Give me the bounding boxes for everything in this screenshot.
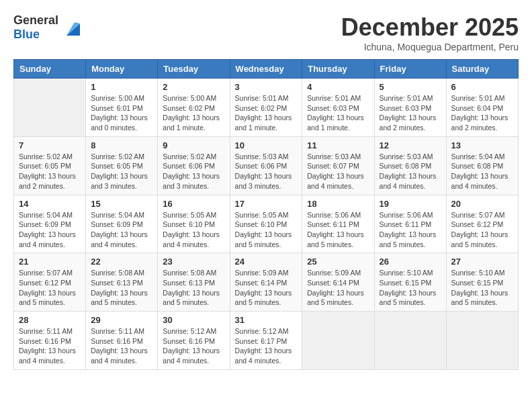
day-cell: 22Sunrise: 5:08 AMSunset: 6:13 PMDayligh… bbox=[86, 253, 158, 312]
day-cell: 18Sunrise: 5:06 AMSunset: 6:11 PMDayligh… bbox=[302, 195, 374, 253]
logo-text: General Blue bbox=[13, 13, 58, 42]
day-number: 12 bbox=[380, 140, 441, 150]
header-saturday: Saturday bbox=[446, 60, 518, 79]
day-cell: 7Sunrise: 5:02 AMSunset: 6:05 PMDaylight… bbox=[14, 136, 86, 195]
day-cell: 5Sunrise: 5:01 AMSunset: 6:03 PMDaylight… bbox=[374, 79, 446, 137]
logo-blue: Blue bbox=[13, 28, 40, 41]
week-row-2: 7Sunrise: 5:02 AMSunset: 6:05 PMDaylight… bbox=[14, 136, 519, 195]
day-number: 11 bbox=[307, 140, 369, 150]
day-cell: 2Sunrise: 5:00 AMSunset: 6:02 PMDaylight… bbox=[158, 79, 230, 137]
day-info: Sunrise: 5:02 AMSunset: 6:05 PMDaylight:… bbox=[19, 152, 81, 191]
location-subtitle: Ichuna, Moquegua Department, Peru bbox=[341, 42, 519, 52]
day-info: Sunrise: 5:01 AMSunset: 6:03 PMDaylight:… bbox=[307, 93, 369, 133]
day-info: Sunrise: 5:02 AMSunset: 6:05 PMDaylight:… bbox=[91, 152, 152, 191]
day-info: Sunrise: 5:03 AMSunset: 6:06 PMDaylight:… bbox=[235, 152, 298, 191]
day-number: 3 bbox=[235, 82, 298, 92]
day-cell: 19Sunrise: 5:06 AMSunset: 6:11 PMDayligh… bbox=[374, 195, 446, 253]
day-cell: 10Sunrise: 5:03 AMSunset: 6:06 PMDayligh… bbox=[230, 136, 302, 195]
day-info: Sunrise: 5:08 AMSunset: 6:13 PMDaylight:… bbox=[91, 268, 152, 308]
day-number: 29 bbox=[91, 315, 152, 325]
header-tuesday: Tuesday bbox=[158, 60, 230, 79]
day-info: Sunrise: 5:07 AMSunset: 6:12 PMDaylight:… bbox=[451, 210, 513, 250]
day-info: Sunrise: 5:00 AMSunset: 6:02 PMDaylight:… bbox=[163, 93, 224, 133]
day-info: Sunrise: 5:01 AMSunset: 6:03 PMDaylight:… bbox=[380, 93, 441, 133]
day-cell: 12Sunrise: 5:03 AMSunset: 6:08 PMDayligh… bbox=[374, 136, 446, 195]
day-cell: 17Sunrise: 5:05 AMSunset: 6:10 PMDayligh… bbox=[230, 195, 302, 253]
title-section: December 2025 Ichuna, Moquegua Departmen… bbox=[341, 13, 519, 52]
day-info: Sunrise: 5:02 AMSunset: 6:06 PMDaylight:… bbox=[163, 152, 224, 191]
day-info: Sunrise: 5:03 AMSunset: 6:07 PMDaylight:… bbox=[307, 152, 369, 191]
logo-icon bbox=[61, 17, 83, 38]
day-info: Sunrise: 5:04 AMSunset: 6:08 PMDaylight:… bbox=[451, 152, 513, 191]
header-sunday: Sunday bbox=[14, 60, 86, 79]
day-cell: 28Sunrise: 5:11 AMSunset: 6:16 PMDayligh… bbox=[14, 312, 86, 370]
day-info: Sunrise: 5:06 AMSunset: 6:11 PMDaylight:… bbox=[380, 210, 441, 250]
day-info: Sunrise: 5:10 AMSunset: 6:15 PMDaylight:… bbox=[380, 268, 441, 308]
day-number: 2 bbox=[163, 82, 224, 92]
day-info: Sunrise: 5:11 AMSunset: 6:16 PMDaylight:… bbox=[19, 326, 81, 366]
logo-general: General bbox=[13, 13, 58, 27]
day-cell: 8Sunrise: 5:02 AMSunset: 6:05 PMDaylight… bbox=[86, 136, 158, 195]
day-cell: 23Sunrise: 5:08 AMSunset: 6:13 PMDayligh… bbox=[158, 253, 230, 312]
day-info: Sunrise: 5:10 AMSunset: 6:15 PMDaylight:… bbox=[451, 268, 513, 308]
day-number: 28 bbox=[19, 315, 81, 325]
day-info: Sunrise: 5:03 AMSunset: 6:08 PMDaylight:… bbox=[380, 152, 441, 191]
day-cell: 27Sunrise: 5:10 AMSunset: 6:15 PMDayligh… bbox=[446, 253, 518, 312]
day-number: 18 bbox=[307, 199, 369, 209]
day-cell: 6Sunrise: 5:01 AMSunset: 6:04 PMDaylight… bbox=[446, 79, 518, 137]
day-number: 30 bbox=[163, 315, 224, 325]
day-number: 20 bbox=[451, 199, 513, 209]
day-cell bbox=[302, 312, 374, 370]
day-info: Sunrise: 5:09 AMSunset: 6:14 PMDaylight:… bbox=[307, 268, 369, 308]
day-cell: 31Sunrise: 5:12 AMSunset: 6:17 PMDayligh… bbox=[230, 312, 302, 370]
page-header: General Blue December 2025 Ichuna, Moque… bbox=[13, 13, 519, 52]
day-number: 5 bbox=[380, 82, 441, 92]
header-friday: Friday bbox=[374, 60, 446, 79]
day-number: 14 bbox=[19, 199, 81, 209]
day-cell: 4Sunrise: 5:01 AMSunset: 6:03 PMDaylight… bbox=[302, 79, 374, 137]
day-cell: 29Sunrise: 5:11 AMSunset: 6:16 PMDayligh… bbox=[86, 312, 158, 370]
day-info: Sunrise: 5:05 AMSunset: 6:10 PMDaylight:… bbox=[235, 210, 298, 250]
day-number: 7 bbox=[19, 140, 81, 150]
day-number: 23 bbox=[163, 257, 224, 267]
day-cell bbox=[14, 79, 86, 137]
day-cell: 1Sunrise: 5:00 AMSunset: 6:01 PMDaylight… bbox=[86, 79, 158, 137]
day-cell: 30Sunrise: 5:12 AMSunset: 6:16 PMDayligh… bbox=[158, 312, 230, 370]
day-number: 22 bbox=[91, 257, 152, 267]
day-number: 15 bbox=[91, 199, 152, 209]
day-cell: 25Sunrise: 5:09 AMSunset: 6:14 PMDayligh… bbox=[302, 253, 374, 312]
day-cell: 13Sunrise: 5:04 AMSunset: 6:08 PMDayligh… bbox=[446, 136, 518, 195]
day-info: Sunrise: 5:04 AMSunset: 6:09 PMDaylight:… bbox=[91, 210, 152, 250]
day-cell: 21Sunrise: 5:07 AMSunset: 6:12 PMDayligh… bbox=[14, 253, 86, 312]
day-info: Sunrise: 5:06 AMSunset: 6:11 PMDaylight:… bbox=[307, 210, 369, 250]
header-monday: Monday bbox=[86, 60, 158, 79]
day-info: Sunrise: 5:12 AMSunset: 6:16 PMDaylight:… bbox=[163, 326, 224, 366]
day-cell: 11Sunrise: 5:03 AMSunset: 6:07 PMDayligh… bbox=[302, 136, 374, 195]
day-number: 10 bbox=[235, 140, 298, 150]
day-number: 4 bbox=[307, 82, 369, 92]
day-number: 27 bbox=[451, 257, 513, 267]
month-title: December 2025 bbox=[341, 13, 519, 42]
day-cell: 9Sunrise: 5:02 AMSunset: 6:06 PMDaylight… bbox=[158, 136, 230, 195]
day-cell: 26Sunrise: 5:10 AMSunset: 6:15 PMDayligh… bbox=[374, 253, 446, 312]
day-cell bbox=[374, 312, 446, 370]
calendar-table: SundayMondayTuesdayWednesdayThursdayFrid… bbox=[13, 59, 519, 370]
day-number: 16 bbox=[163, 199, 224, 209]
header-wednesday: Wednesday bbox=[230, 60, 302, 79]
day-info: Sunrise: 5:05 AMSunset: 6:10 PMDaylight:… bbox=[163, 210, 224, 250]
day-cell: 14Sunrise: 5:04 AMSunset: 6:09 PMDayligh… bbox=[14, 195, 86, 253]
day-number: 17 bbox=[235, 199, 298, 209]
day-number: 8 bbox=[91, 140, 152, 150]
calendar-header-row: SundayMondayTuesdayWednesdayThursdayFrid… bbox=[14, 60, 519, 79]
day-info: Sunrise: 5:11 AMSunset: 6:16 PMDaylight:… bbox=[91, 326, 152, 366]
day-info: Sunrise: 5:12 AMSunset: 6:17 PMDaylight:… bbox=[235, 326, 298, 366]
day-number: 25 bbox=[307, 257, 369, 267]
day-cell: 24Sunrise: 5:09 AMSunset: 6:14 PMDayligh… bbox=[230, 253, 302, 312]
day-number: 6 bbox=[451, 82, 513, 92]
week-row-4: 21Sunrise: 5:07 AMSunset: 6:12 PMDayligh… bbox=[14, 253, 519, 312]
logo: General Blue bbox=[13, 13, 83, 42]
week-row-3: 14Sunrise: 5:04 AMSunset: 6:09 PMDayligh… bbox=[14, 195, 519, 253]
day-info: Sunrise: 5:04 AMSunset: 6:09 PMDaylight:… bbox=[19, 210, 81, 250]
day-number: 21 bbox=[19, 257, 81, 267]
week-row-5: 28Sunrise: 5:11 AMSunset: 6:16 PMDayligh… bbox=[14, 312, 519, 370]
